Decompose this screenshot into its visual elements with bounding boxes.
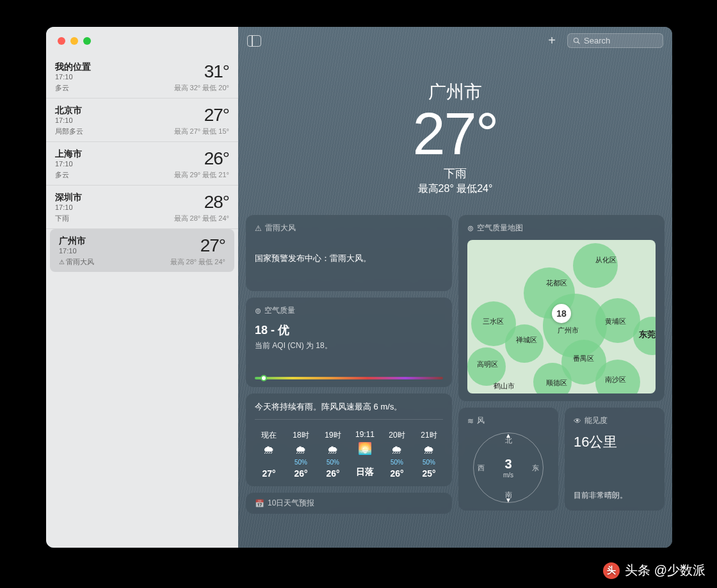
- location-temp: 28°: [174, 192, 229, 212]
- hourly-row: 现在 🌧 27° 18时 🌧 50% 26° 19时 🌧 50% 26° 19:…: [255, 430, 443, 479]
- location-temp: 27°: [170, 235, 225, 256]
- aqi-map-title: ⊚ 空气质量地图: [467, 223, 656, 234]
- map-label: 从化区: [595, 255, 616, 265]
- eye-icon: 👁: [574, 417, 581, 425]
- hour-precipitation: [364, 457, 366, 464]
- aqi-scale-bar: [255, 377, 443, 379]
- close-window-button[interactable]: [58, 37, 65, 45]
- location-item[interactable]: 北京市 17:10 局部多云 27° 最高 27° 最低 15°: [46, 99, 238, 142]
- aqi-value: 18 - 优: [255, 322, 443, 338]
- toolbar: + Search: [238, 27, 672, 54]
- air-quality-card[interactable]: ⊚ 空气质量 18 - 优 当前 AQI (CN) 为 18。: [246, 298, 452, 387]
- hour-label: 18时: [293, 430, 309, 441]
- search-input[interactable]: Search: [567, 33, 663, 48]
- location-name: 深圳市: [55, 192, 82, 203]
- sidebar: 我的位置 17:10 多云 31° 最高 32° 最低 20° 北京市 17:1…: [46, 27, 238, 548]
- map-icon: ⊚: [467, 224, 474, 233]
- weather-icon: 🌧: [327, 443, 339, 456]
- location-temp: 27°: [174, 105, 229, 125]
- calendar-icon: 📅: [255, 499, 264, 508]
- map-label: 三水区: [483, 317, 504, 326]
- aqi-icon: ⊚: [255, 306, 261, 315]
- wind-card[interactable]: ≋ 风 ▲ 北 南 东 西 3 m/s ▼: [458, 408, 558, 511]
- hero-high-low: 最高28° 最低24°: [238, 182, 672, 196]
- wind-speed: 3: [504, 457, 512, 472]
- map-label: 广州市: [558, 326, 579, 335]
- hour-column: 现在 🌧 27°: [255, 430, 283, 479]
- weather-icon: 🌧: [391, 443, 403, 456]
- location-hilo: 最高 32° 最低 20°: [174, 83, 229, 93]
- location-time: 17:10: [55, 203, 82, 211]
- weather-app-window: 我的位置 17:10 多云 31° 最高 32° 最低 20° 北京市 17:1…: [46, 27, 672, 548]
- location-hilo: 最高 28° 最低 24°: [170, 257, 225, 267]
- hour-label: 19:11: [355, 430, 375, 439]
- warning-icon: ⚠: [255, 224, 262, 233]
- location-temp: 31°: [174, 61, 229, 82]
- compass-north: 北: [505, 436, 512, 445]
- hour-precipitation: 50%: [326, 459, 339, 466]
- alert-title: ⚠ 雷雨大风: [255, 223, 443, 234]
- location-condition: 多云: [55, 170, 82, 180]
- cards-grid: ⚠ 雷雨大风 国家预警发布中心：雷雨大风。 ⊚ 空气质量 18 - 优 当前 A…: [238, 215, 672, 521]
- current-weather-hero: 广州市 27° 下雨 最高28° 最低24°: [238, 54, 672, 215]
- sidebar-toggle-icon[interactable]: [247, 35, 261, 47]
- search-placeholder: Search: [584, 36, 610, 45]
- visibility-title: 👁 能见度: [574, 415, 656, 426]
- compass-west: 西: [478, 463, 485, 473]
- weather-icon: 🌧: [263, 443, 275, 456]
- hour-column: 18时 🌧 50% 26°: [287, 430, 315, 479]
- location-item[interactable]: 我的位置 17:10 多云 31° 最高 32° 最低 20°: [46, 55, 238, 99]
- location-time: 17:10: [59, 247, 94, 255]
- location-item[interactable]: 深圳市 17:10 下雨 28° 最高 28° 最低 24°: [46, 186, 238, 229]
- hour-label: 现在: [261, 430, 277, 441]
- hour-temp: 26°: [294, 468, 307, 479]
- weather-icon: 🌧: [423, 443, 435, 456]
- location-item[interactable]: 广州市 17:10 雷雨大风 27° 最高 28° 最低 24°: [50, 229, 234, 272]
- location-temp: 26°: [174, 148, 229, 169]
- ten-day-forecast-card[interactable]: 📅 10日天气预报: [246, 493, 452, 514]
- hour-label: 20时: [389, 430, 405, 441]
- map-label: 南沙区: [605, 375, 626, 385]
- alert-body: 国家预警发布中心：雷雨大风。: [255, 240, 443, 283]
- weather-icon: 🌅: [358, 441, 372, 454]
- hero-condition: 下雨: [238, 166, 672, 181]
- window-controls: [46, 27, 238, 55]
- add-location-button[interactable]: +: [543, 33, 561, 48]
- location-item[interactable]: 上海市 17:10 多云 26° 最高 29° 最低 21°: [46, 142, 238, 186]
- arrow-down-icon: ▼: [505, 497, 512, 504]
- map-label: 黄埔区: [605, 317, 626, 326]
- aqi-map-card[interactable]: ⊚ 空气质量地图 18: [458, 215, 665, 401]
- hour-temp: 27°: [262, 468, 275, 479]
- hour-precipitation: 50%: [423, 459, 435, 466]
- hourly-forecast-card[interactable]: 今天将持续有雨。阵风风速最高 6 m/s。 现在 🌧 27° 18时 🌧 50%…: [246, 393, 452, 486]
- wind-icon: ≋: [467, 417, 474, 425]
- location-time: 17:10: [55, 160, 82, 168]
- hour-label: 21时: [421, 430, 437, 441]
- location-hilo: 最高 29° 最低 21°: [174, 170, 229, 180]
- aqi-map[interactable]: 18 从化区 花都区 三水区 黄埔区 广州市 禅城区 东莞 高明区 番禺区 鹤山…: [467, 240, 656, 393]
- forecast-title: 📅 10日天气预报: [255, 498, 443, 509]
- fullscreen-window-button[interactable]: [83, 37, 91, 45]
- visibility-value: 16公里: [574, 433, 656, 452]
- hour-column: 19:11 🌅 日落: [351, 430, 379, 479]
- location-name: 广州市: [59, 235, 94, 247]
- minimize-window-button[interactable]: [70, 37, 78, 45]
- watermark: 头 头条 @少数派: [603, 562, 705, 579]
- weather-alert-card[interactable]: ⚠ 雷雨大风 国家预警发布中心：雷雨大风。: [246, 215, 452, 291]
- location-name: 上海市: [55, 148, 82, 160]
- aqi-description: 当前 AQI (CN) 为 18。: [255, 340, 443, 351]
- map-label: 花都区: [546, 278, 567, 288]
- map-label: 禅城区: [516, 335, 537, 345]
- map-label: 东莞: [639, 329, 656, 340]
- search-icon: [573, 37, 581, 45]
- weather-icon: 🌧: [295, 443, 307, 456]
- visibility-card[interactable]: 👁 能见度 16公里 目前非常晴朗。: [565, 408, 665, 511]
- svg-point-0: [574, 38, 579, 42]
- map-label: 高明区: [477, 360, 498, 369]
- hour-column: 19时 🌧 50% 26°: [319, 430, 347, 479]
- hour-temp: 日落: [356, 466, 374, 478]
- visibility-description: 目前非常晴朗。: [574, 490, 656, 501]
- hour-label: 19时: [325, 430, 341, 441]
- hour-column: 20时 🌧 50% 26°: [383, 430, 411, 479]
- hero-temperature: 27°: [238, 104, 672, 163]
